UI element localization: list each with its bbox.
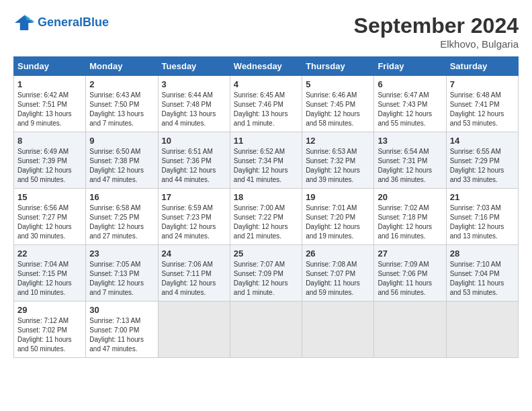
day-info: Sunrise: 6:50 AMSunset: 7:38 PMDaylight:…	[89, 147, 154, 185]
calendar-cell: 17Sunrise: 6:59 AMSunset: 7:23 PMDayligh…	[158, 189, 230, 245]
day-info: Sunrise: 6:48 AMSunset: 7:41 PMDaylight:…	[450, 91, 515, 128]
day-info: Sunrise: 6:54 AMSunset: 7:31 PMDaylight:…	[378, 147, 442, 185]
day-info: Sunrise: 6:47 AMSunset: 7:43 PMDaylight:…	[378, 91, 442, 128]
day-number: 14	[450, 136, 515, 146]
empty-cell	[230, 302, 302, 358]
day-number: 8	[17, 136, 82, 146]
calendar-cell: 11Sunrise: 6:52 AMSunset: 7:34 PMDayligh…	[230, 132, 302, 189]
day-number: 16	[89, 192, 154, 202]
day-number: 28	[450, 248, 515, 259]
day-number: 27	[378, 248, 442, 259]
day-info: Sunrise: 6:45 AMSunset: 7:46 PMDaylight:…	[234, 91, 298, 128]
calendar-cell: 20Sunrise: 7:02 AMSunset: 7:18 PMDayligh…	[374, 189, 446, 245]
day-number: 2	[89, 79, 154, 89]
calendar-cell: 9Sunrise: 6:50 AMSunset: 7:38 PMDaylight…	[86, 132, 158, 189]
day-info: Sunrise: 6:53 AMSunset: 7:32 PMDaylight:…	[306, 147, 370, 185]
day-number: 7	[450, 79, 515, 89]
day-number: 5	[306, 79, 370, 89]
col-wednesday: Wednesday	[230, 57, 302, 76]
day-number: 25	[234, 248, 298, 259]
day-number: 22	[17, 248, 82, 259]
logo-text: GeneralBlue	[38, 16, 109, 30]
day-info: Sunrise: 6:52 AMSunset: 7:34 PMDaylight:…	[234, 147, 298, 185]
day-info: Sunrise: 6:59 AMSunset: 7:23 PMDaylight:…	[162, 203, 226, 241]
calendar-row: 22Sunrise: 7:04 AMSunset: 7:15 PMDayligh…	[14, 245, 519, 302]
calendar-cell: 24Sunrise: 7:06 AMSunset: 7:11 PMDayligh…	[158, 245, 230, 302]
day-number: 29	[17, 305, 82, 315]
col-sunday: Sunday	[14, 57, 86, 76]
day-number: 21	[450, 192, 515, 202]
logo-general: General	[38, 15, 83, 29]
day-info: Sunrise: 6:51 AMSunset: 7:36 PMDaylight:…	[162, 147, 226, 185]
calendar-row: 8Sunrise: 6:49 AMSunset: 7:39 PMDaylight…	[14, 132, 519, 189]
day-number: 1	[17, 79, 82, 89]
day-info: Sunrise: 6:58 AMSunset: 7:25 PMDaylight:…	[89, 203, 154, 241]
day-info: Sunrise: 7:05 AMSunset: 7:13 PMDaylight:…	[89, 260, 154, 298]
calendar-cell: 10Sunrise: 6:51 AMSunset: 7:36 PMDayligh…	[158, 132, 230, 189]
logo-blue: Blue	[83, 15, 109, 29]
day-number: 20	[378, 192, 442, 202]
day-number: 4	[234, 79, 298, 89]
day-info: Sunrise: 6:43 AMSunset: 7:50 PMDaylight:…	[89, 91, 154, 128]
calendar-cell: 21Sunrise: 7:03 AMSunset: 7:16 PMDayligh…	[446, 189, 518, 245]
day-info: Sunrise: 7:03 AMSunset: 7:16 PMDaylight:…	[450, 203, 515, 241]
day-number: 17	[162, 192, 226, 202]
day-info: Sunrise: 7:12 AMSunset: 7:02 PMDaylight:…	[17, 316, 82, 354]
day-info: Sunrise: 6:44 AMSunset: 7:48 PMDaylight:…	[162, 91, 226, 128]
empty-cell	[302, 302, 374, 358]
calendar-cell: 5Sunrise: 6:46 AMSunset: 7:45 PMDaylight…	[302, 76, 374, 132]
day-info: Sunrise: 7:02 AMSunset: 7:18 PMDaylight:…	[378, 203, 442, 241]
calendar-cell: 6Sunrise: 6:47 AMSunset: 7:43 PMDaylight…	[374, 76, 446, 132]
calendar-cell: 4Sunrise: 6:45 AMSunset: 7:46 PMDaylight…	[230, 76, 302, 132]
day-number: 18	[234, 192, 298, 202]
calendar-cell: 25Sunrise: 7:07 AMSunset: 7:09 PMDayligh…	[230, 245, 302, 302]
calendar-cell: 27Sunrise: 7:09 AMSunset: 7:06 PMDayligh…	[374, 245, 446, 302]
day-info: Sunrise: 7:08 AMSunset: 7:07 PMDaylight:…	[306, 260, 370, 298]
location: Elkhovo, Bulgaria	[354, 38, 519, 50]
calendar-cell: 26Sunrise: 7:08 AMSunset: 7:07 PMDayligh…	[302, 245, 374, 302]
day-number: 10	[162, 136, 226, 146]
calendar-table: Sunday Monday Tuesday Wednesday Thursday…	[13, 56, 519, 358]
day-number: 19	[306, 192, 370, 202]
day-number: 24	[162, 248, 226, 259]
svg-marker-0	[15, 15, 34, 30]
day-info: Sunrise: 6:49 AMSunset: 7:39 PMDaylight:…	[17, 147, 82, 185]
empty-cell	[446, 302, 518, 358]
day-number: 23	[89, 248, 154, 259]
col-saturday: Saturday	[446, 57, 518, 76]
day-number: 12	[306, 136, 370, 146]
calendar-cell: 18Sunrise: 7:00 AMSunset: 7:22 PMDayligh…	[230, 189, 302, 245]
calendar-row: 15Sunrise: 6:56 AMSunset: 7:27 PMDayligh…	[14, 189, 519, 245]
col-monday: Monday	[86, 57, 158, 76]
empty-cell	[374, 302, 446, 358]
calendar-cell: 22Sunrise: 7:04 AMSunset: 7:15 PMDayligh…	[14, 245, 86, 302]
col-thursday: Thursday	[302, 57, 374, 76]
col-tuesday: Tuesday	[158, 57, 230, 76]
calendar-cell: 28Sunrise: 7:10 AMSunset: 7:04 PMDayligh…	[446, 245, 518, 302]
header-row: Sunday Monday Tuesday Wednesday Thursday…	[14, 57, 519, 76]
day-number: 6	[378, 79, 442, 89]
calendar-cell: 23Sunrise: 7:05 AMSunset: 7:13 PMDayligh…	[86, 245, 158, 302]
calendar-cell: 7Sunrise: 6:48 AMSunset: 7:41 PMDaylight…	[446, 76, 518, 132]
calendar-cell: 8Sunrise: 6:49 AMSunset: 7:39 PMDaylight…	[14, 132, 86, 189]
day-info: Sunrise: 7:09 AMSunset: 7:06 PMDaylight:…	[378, 260, 442, 298]
page-header: GeneralBlue September 2024 Elkhovo, Bulg…	[13, 13, 519, 50]
calendar-cell: 30Sunrise: 7:13 AMSunset: 7:00 PMDayligh…	[86, 302, 158, 358]
day-info: Sunrise: 6:55 AMSunset: 7:29 PMDaylight:…	[450, 147, 515, 185]
day-number: 30	[89, 305, 154, 315]
day-number: 9	[89, 136, 154, 146]
day-info: Sunrise: 6:56 AMSunset: 7:27 PMDaylight:…	[17, 203, 82, 241]
day-info: Sunrise: 7:04 AMSunset: 7:15 PMDaylight:…	[17, 260, 82, 298]
calendar-cell: 1Sunrise: 6:42 AMSunset: 7:51 PMDaylight…	[14, 76, 86, 132]
calendar-row: 1Sunrise: 6:42 AMSunset: 7:51 PMDaylight…	[14, 76, 519, 132]
day-info: Sunrise: 7:01 AMSunset: 7:20 PMDaylight:…	[306, 203, 370, 241]
calendar-cell: 14Sunrise: 6:55 AMSunset: 7:29 PMDayligh…	[446, 132, 518, 189]
calendar-cell: 13Sunrise: 6:54 AMSunset: 7:31 PMDayligh…	[374, 132, 446, 189]
calendar-row: 29Sunrise: 7:12 AMSunset: 7:02 PMDayligh…	[14, 302, 519, 358]
title-block: September 2024 Elkhovo, Bulgaria	[354, 13, 519, 50]
day-info: Sunrise: 6:46 AMSunset: 7:45 PMDaylight:…	[306, 91, 370, 128]
day-info: Sunrise: 7:07 AMSunset: 7:09 PMDaylight:…	[234, 260, 298, 298]
day-number: 3	[162, 79, 226, 89]
day-number: 26	[306, 248, 370, 259]
calendar-cell: 12Sunrise: 6:53 AMSunset: 7:32 PMDayligh…	[302, 132, 374, 189]
